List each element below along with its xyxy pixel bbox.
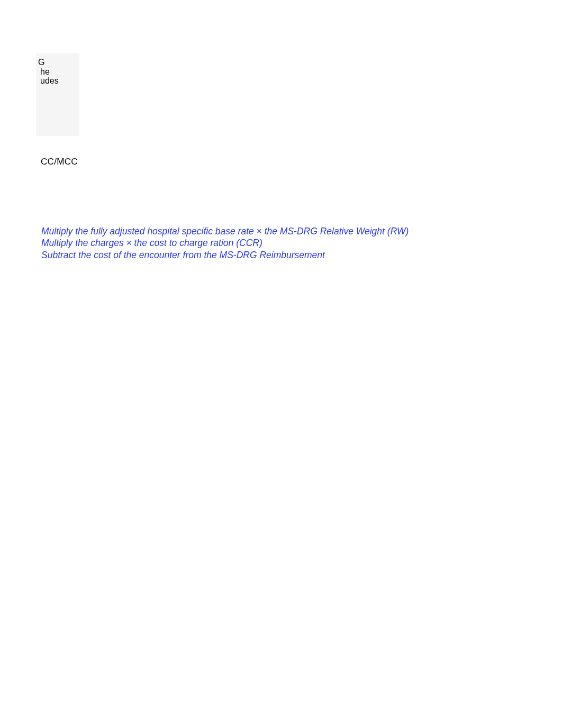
instruction-line-3: Subtract the cost of the encounter from … [41,249,409,261]
instruction-line-1: Multiply the fully adjusted hospital spe… [41,225,409,237]
cc-mcc-label: CC/MCC [41,157,78,167]
top-fragment-block: G he udes [36,53,81,138]
fragment-line-3: udes [37,76,79,86]
instruction-line-2: Multiply the charges × the cost to charg… [41,237,409,249]
fragment-line-2: he [37,67,79,77]
calculation-instructions: Multiply the fully adjusted hospital spe… [41,225,409,261]
fragment-line-1: G [37,58,79,67]
